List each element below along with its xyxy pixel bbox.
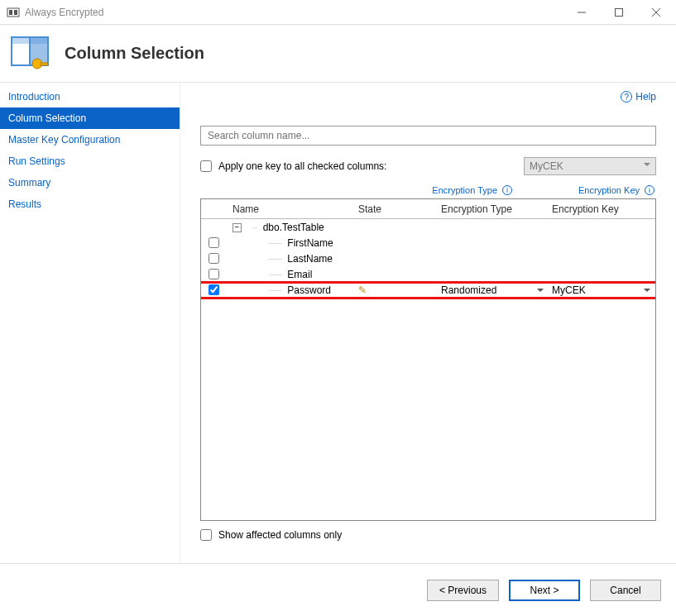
- show-affected-checkbox[interactable]: [200, 529, 212, 541]
- close-button[interactable]: [637, 0, 674, 25]
- cancel-button[interactable]: Cancel: [590, 580, 661, 601]
- next-button[interactable]: Next >: [509, 580, 580, 601]
- app-icon: [7, 6, 20, 19]
- svg-rect-1: [9, 10, 12, 15]
- encryption-key-dropdown[interactable]: MyCEK: [552, 284, 655, 296]
- table-row: ┈┈┈ Email: [201, 266, 655, 282]
- show-affected-label: Show affected columns only: [218, 529, 342, 541]
- encryption-key-info-link[interactable]: Encryption Key i: [578, 185, 654, 195]
- row-checkbox[interactable]: [209, 253, 219, 264]
- collapse-icon[interactable]: −: [233, 223, 242, 232]
- window-title: Always Encrypted: [25, 7, 103, 18]
- apply-key-checkbox[interactable]: [200, 160, 212, 172]
- tree-connector-icon: ┈┈┈: [269, 286, 281, 295]
- minimize-button[interactable]: [563, 0, 600, 25]
- chevron-down-icon: [537, 289, 544, 295]
- columns-grid: Name State Encryption Type Encryption Ke…: [200, 198, 656, 521]
- info-icon: i: [645, 185, 654, 195]
- sidebar-item-column-selection[interactable]: Column Selection: [0, 107, 180, 129]
- apply-key-label: Apply one key to all checked columns:: [218, 160, 386, 172]
- wizard-footer: < Previous Next > Cancel: [0, 563, 676, 616]
- apply-key-combo[interactable]: MyCEK: [524, 157, 656, 175]
- grid-header-name[interactable]: Name: [226, 203, 358, 215]
- edit-icon: ✎: [358, 284, 367, 296]
- help-icon: ?: [621, 91, 632, 103]
- grid-body: − ┈ dbo.TestTable ┈┈┈ FirstName: [201, 219, 655, 520]
- table-row: ┈┈┈ Password ✎ Randomized MyCEK: [201, 282, 655, 298]
- sidebar-item-master-key-configuration[interactable]: Master Key Configuration: [0, 129, 180, 150]
- column-name: Password: [287, 284, 331, 296]
- column-name: FirstName: [287, 237, 333, 249]
- svg-rect-4: [615, 8, 622, 16]
- search-input[interactable]: [200, 126, 656, 146]
- sidebar-item-run-settings[interactable]: Run Settings: [0, 150, 180, 172]
- column-name: LastName: [287, 253, 333, 265]
- grid-header: Name State Encryption Type Encryption Ke…: [201, 199, 655, 219]
- chevron-down-icon: [644, 289, 650, 295]
- page-header: Column Selection: [0, 25, 676, 83]
- tree-connector-icon: ┈┈┈: [269, 239, 281, 248]
- sidebar-item-results[interactable]: Results: [0, 193, 180, 215]
- tree-connector-icon: ┈: [252, 223, 256, 232]
- grid-header-enckey[interactable]: Encryption Key: [549, 203, 655, 215]
- tree-connector-icon: ┈┈┈: [269, 270, 281, 279]
- grid-header-enctype[interactable]: Encryption Type: [441, 203, 549, 215]
- row-checkbox[interactable]: [209, 284, 219, 295]
- grid-header-state[interactable]: State: [358, 203, 441, 215]
- help-link[interactable]: ? Help: [621, 91, 656, 103]
- sidebar-item-summary[interactable]: Summary: [0, 172, 180, 193]
- info-icon: i: [502, 185, 512, 195]
- tree-table-node[interactable]: − ┈ dbo.TestTable: [201, 219, 655, 235]
- tree-connector-icon: ┈┈┈: [269, 255, 281, 264]
- table-row: ┈┈┈ FirstName: [201, 235, 655, 251]
- maximize-button[interactable]: [600, 0, 637, 25]
- previous-button[interactable]: < Previous: [427, 580, 499, 601]
- svg-rect-2: [14, 10, 17, 15]
- table-row: ┈┈┈ LastName: [201, 251, 655, 266]
- encryption-type-info-link[interactable]: Encryption Type i: [432, 185, 512, 195]
- main-panel: ? Help Apply one key to all checked colu…: [180, 83, 676, 563]
- svg-rect-12: [41, 63, 48, 65]
- column-selection-icon: [10, 34, 50, 74]
- wizard-sidebar: Introduction Column Selection Master Key…: [0, 83, 180, 563]
- apply-key-combo-value: MyCEK: [530, 160, 563, 172]
- titlebar: Always Encrypted: [0, 0, 676, 25]
- encryption-type-dropdown[interactable]: Randomized: [441, 284, 549, 296]
- table-name: dbo.TestTable: [263, 222, 324, 233]
- apply-key-checkbox-label[interactable]: Apply one key to all checked columns:: [200, 160, 386, 172]
- page-title: Column Selection: [65, 44, 204, 63]
- row-checkbox[interactable]: [209, 269, 219, 279]
- row-checkbox[interactable]: [209, 237, 219, 248]
- sidebar-item-introduction[interactable]: Introduction: [0, 86, 180, 107]
- help-label: Help: [635, 91, 656, 103]
- column-name: Email: [287, 269, 312, 280]
